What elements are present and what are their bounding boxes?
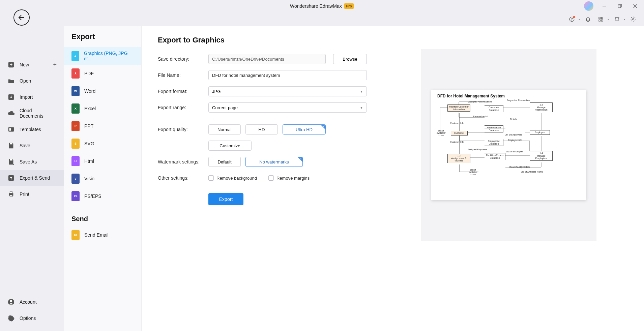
user-icon bbox=[7, 298, 15, 306]
minimize-button[interactable] bbox=[599, 1, 609, 11]
plus-icon[interactable]: + bbox=[53, 61, 57, 68]
range-select[interactable]: Current page ▼ bbox=[208, 102, 367, 113]
svg-rect-18 bbox=[10, 159, 12, 161]
gear-icon[interactable] bbox=[628, 14, 638, 24]
quality-label: Export quality: bbox=[158, 127, 208, 132]
format-label: Export format: bbox=[158, 89, 208, 94]
format-label: Excel bbox=[84, 106, 96, 111]
chevron-down-icon: ▼ bbox=[360, 106, 363, 110]
nav-options[interactable]: Options bbox=[0, 310, 64, 326]
format-graphics[interactable]: ▲ Graphics (PNG, JPG et... bbox=[64, 47, 141, 65]
nav-cloud-documents[interactable]: Cloud Documents bbox=[0, 105, 64, 121]
format-ppt[interactable]: P PPT bbox=[64, 117, 141, 135]
envelope-icon: ✉ bbox=[71, 230, 80, 240]
word-file-icon: W bbox=[71, 86, 80, 96]
format-html[interactable]: H Html bbox=[64, 152, 141, 170]
format-visio[interactable]: V Visio bbox=[64, 170, 141, 187]
filename-value: DFD for hotel management system bbox=[212, 73, 280, 78]
nav-label: Templates bbox=[20, 127, 41, 132]
app-title: Wondershare EdrawMax bbox=[290, 3, 342, 9]
nav-templates[interactable]: Templates bbox=[0, 121, 64, 138]
maximize-button[interactable] bbox=[615, 1, 624, 11]
nav-label: Print bbox=[20, 191, 29, 197]
shirt-caret-icon[interactable]: ▾ bbox=[624, 18, 625, 21]
nav-import[interactable]: Import bbox=[0, 89, 64, 105]
print-icon bbox=[7, 190, 15, 198]
format-label: PS/EPS bbox=[84, 193, 101, 199]
save-dir-input[interactable]: C:/Users/rimzh/OneDrive/Documents bbox=[208, 54, 326, 64]
grid-caret-icon[interactable]: ▾ bbox=[608, 18, 609, 21]
nav-label: Options bbox=[20, 315, 36, 321]
watermark-label: Watermark settings: bbox=[158, 159, 208, 164]
quality-customize[interactable]: Customize bbox=[208, 141, 252, 151]
back-button[interactable] bbox=[13, 9, 30, 26]
pv-connector-lines bbox=[431, 100, 586, 200]
format-label: PPT bbox=[84, 123, 93, 129]
watermark-none[interactable]: No watermarks bbox=[245, 157, 303, 167]
preview-area: DFD for Hotel Management System Manage C… bbox=[394, 36, 624, 331]
svg-rect-21 bbox=[10, 192, 12, 193]
gear-icon bbox=[7, 314, 15, 322]
filename-label: File Name: bbox=[158, 72, 208, 78]
check-corner-icon bbox=[298, 157, 302, 162]
grid-apps-icon[interactable] bbox=[596, 14, 606, 24]
nav-save[interactable]: Save bbox=[0, 138, 64, 154]
workspace: Export to Graphics Save directory: C:/Us… bbox=[142, 26, 644, 331]
nav-account[interactable]: Account bbox=[0, 294, 64, 310]
svg-rect-7 bbox=[599, 17, 601, 19]
format-label: Html bbox=[84, 158, 94, 164]
close-button[interactable] bbox=[631, 1, 640, 11]
export-icon bbox=[7, 174, 15, 182]
format-select[interactable]: JPG ▼ bbox=[208, 86, 367, 96]
nav-save-as[interactable]: Save As bbox=[0, 154, 64, 170]
help-icon[interactable] bbox=[567, 14, 577, 24]
remove-background-checkbox[interactable]: Remove background bbox=[208, 175, 257, 181]
user-avatar[interactable] bbox=[584, 1, 593, 11]
bell-icon[interactable] bbox=[583, 14, 593, 24]
format-word[interactable]: W Word bbox=[64, 82, 141, 100]
nav-label: Account bbox=[20, 299, 37, 305]
format-excel[interactable]: X Excel bbox=[64, 100, 141, 117]
nav-label: New bbox=[20, 62, 29, 67]
svg-point-24 bbox=[10, 300, 12, 302]
browse-button[interactable]: Browse bbox=[333, 54, 367, 64]
templates-icon bbox=[7, 126, 15, 133]
format-label: Graphics (PNG, JPG et... bbox=[84, 51, 134, 61]
nav-new[interactable]: New + bbox=[0, 57, 64, 73]
quality-normal[interactable]: Normal bbox=[208, 124, 241, 134]
svg-rect-22 bbox=[10, 195, 12, 197]
help-caret-icon[interactable]: ▾ bbox=[579, 18, 580, 21]
nav-print[interactable]: Print bbox=[0, 186, 64, 202]
export-section-title: Export bbox=[64, 32, 141, 47]
import-icon bbox=[7, 93, 15, 101]
remove-margins-checkbox[interactable]: Remove margins bbox=[268, 175, 310, 181]
format-svg[interactable]: S SVG bbox=[64, 135, 141, 152]
format-label: Visio bbox=[84, 176, 94, 181]
preview-canvas: DFD for Hotel Management System Manage C… bbox=[431, 90, 586, 200]
nav-export-send[interactable]: Export & Send bbox=[0, 170, 64, 186]
format-pdf[interactable]: λ PDF bbox=[64, 65, 141, 82]
watermark-default[interactable]: Default bbox=[208, 157, 241, 167]
shirt-icon[interactable] bbox=[612, 14, 622, 24]
export-button[interactable]: Export bbox=[208, 193, 243, 205]
other-settings-label: Other settings: bbox=[158, 175, 208, 181]
send-section-title: Send bbox=[64, 205, 141, 226]
quality-ultra-hd[interactable]: Ultra HD bbox=[283, 124, 326, 134]
folder-icon bbox=[7, 77, 15, 85]
quality-hd[interactable]: HD bbox=[245, 124, 278, 134]
notification-dot-icon bbox=[573, 16, 575, 18]
html-file-icon: H bbox=[71, 156, 80, 166]
svg-rect-16 bbox=[9, 128, 11, 130]
save-dir-value: C:/Users/rimzh/OneDrive/Documents bbox=[212, 57, 284, 62]
format-ps-eps[interactable]: Ps PS/EPS bbox=[64, 187, 141, 205]
send-email[interactable]: ✉ Send Email bbox=[64, 226, 141, 244]
ppt-file-icon: P bbox=[71, 121, 80, 131]
save-dir-label: Save directory: bbox=[158, 56, 208, 62]
export-format-panel: Export ▲ Graphics (PNG, JPG et... λ PDF … bbox=[64, 26, 142, 331]
format-value: JPG bbox=[212, 89, 221, 94]
format-label: Send Email bbox=[84, 232, 109, 238]
filename-input[interactable]: DFD for hotel management system bbox=[208, 70, 367, 80]
visio-file-icon: V bbox=[71, 174, 80, 184]
nav-open[interactable]: Open bbox=[0, 73, 64, 89]
range-value: Current page bbox=[212, 105, 238, 110]
